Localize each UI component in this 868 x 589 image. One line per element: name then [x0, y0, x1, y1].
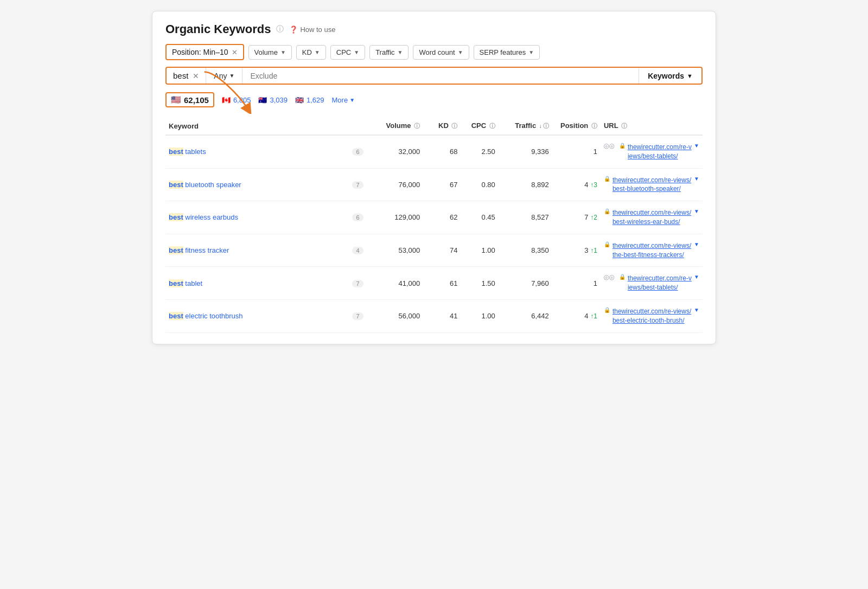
- dots-icon: ⦾⦾: [604, 274, 615, 281]
- title-info-icon[interactable]: ⓘ: [276, 24, 284, 34]
- word-count-filter-btn[interactable]: Word count ▼: [413, 45, 469, 60]
- kd-cell: 67: [423, 168, 461, 201]
- volume-cell: 56,000: [369, 299, 423, 332]
- url-cell: 🔒thewirecutter.com/re-views/best-wireles…: [601, 201, 703, 234]
- word-count-badge: 7: [352, 312, 363, 320]
- col-header-wc: [343, 117, 370, 135]
- keyword-link[interactable]: best wireless earbuds: [169, 213, 238, 221]
- ca-count: 6,805: [233, 96, 251, 104]
- url-cell: ⦾⦾🔒thewirecutter.com/re-views/best-table…: [601, 267, 703, 300]
- traffic-sort-icon: ↓: [539, 123, 542, 129]
- keyword-link[interactable]: best tablets: [169, 148, 206, 156]
- traffic-cell: 8,527: [499, 201, 552, 234]
- cpc-info-icon: ⓘ: [489, 123, 495, 129]
- lock-icon: 🔒: [604, 307, 610, 313]
- position-filter-chip[interactable]: Position: Min–10 ✕: [165, 44, 244, 60]
- table-row: best electric toothbrush756,000411.006,4…: [165, 299, 703, 332]
- keyword-link[interactable]: best electric toothbrush: [169, 312, 243, 320]
- filter-row: Position: Min–10 ✕ Volume ▼ KD ▼ CPC ▼ T…: [165, 44, 703, 60]
- position-cell: 1: [552, 135, 601, 168]
- url-dropdown-arrow[interactable]: ▼: [694, 143, 699, 149]
- word-count-cell: 7: [343, 168, 370, 201]
- position-filter-label: Position: Min–10: [172, 48, 228, 56]
- keywords-table: Keyword Volume ⓘ KD ⓘ CPC ⓘ Traffic ↓ⓘ P…: [165, 117, 703, 333]
- country-au[interactable]: 🇦🇺 3,039: [258, 96, 288, 104]
- url-link[interactable]: thewirecutter.com/re-views/the-best-fitn…: [612, 241, 692, 260]
- col-header-traffic: Traffic ↓ⓘ: [499, 117, 552, 135]
- keyword-cell: best wireless earbuds: [165, 201, 343, 234]
- cpc-cell: 1.00: [461, 299, 498, 332]
- country-gb[interactable]: 🇬🇧 1,629: [295, 96, 324, 104]
- keyword-link[interactable]: best fitness tracker: [169, 246, 229, 254]
- more-countries-btn[interactable]: More ▼: [332, 96, 355, 104]
- country-us[interactable]: 🇺🇸 62,105: [165, 92, 214, 107]
- volume-info-icon: ⓘ: [414, 123, 420, 129]
- serp-features-filter-btn[interactable]: SERP features ▼: [474, 45, 540, 60]
- keywords-dropdown-btn[interactable]: Keywords ▼: [639, 68, 701, 84]
- keywords-arrow-icon: ▼: [687, 73, 693, 79]
- keyword-highlight: best: [169, 181, 183, 189]
- word-count-badge: 4: [352, 247, 363, 254]
- kd-cell: 61: [423, 267, 461, 300]
- search-clear-btn[interactable]: ✕: [193, 72, 199, 80]
- url-dropdown-arrow[interactable]: ▼: [694, 208, 699, 214]
- kd-cell: 68: [423, 135, 461, 168]
- lock-icon: 🔒: [619, 143, 626, 149]
- volume-cell: 41,000: [369, 267, 423, 300]
- cpc-filter-btn[interactable]: CPC ▼: [330, 45, 365, 60]
- au-count: 3,039: [270, 96, 288, 104]
- url-link[interactable]: thewirecutter.com/re-views/best-bluetoot…: [612, 176, 692, 194]
- cpc-cell: 0.45: [461, 201, 498, 234]
- word-count-cell: 6: [343, 201, 370, 234]
- col-header-cpc: CPC ⓘ: [461, 117, 498, 135]
- keyword-link[interactable]: best tablet: [169, 279, 202, 287]
- url-dropdown-arrow[interactable]: ▼: [694, 274, 699, 280]
- au-flag: 🇦🇺: [258, 96, 267, 104]
- url-cell: ⦾⦾🔒thewirecutter.com/re-views/best-table…: [601, 135, 703, 168]
- position-filter-close[interactable]: ✕: [232, 48, 238, 56]
- exclude-input[interactable]: [242, 68, 639, 84]
- url-dropdown-arrow[interactable]: ▼: [694, 241, 699, 247]
- table-row: best wireless earbuds6129,000620.458,527…: [165, 201, 703, 234]
- lock-icon: 🔒: [604, 208, 610, 214]
- position-cell: 1: [552, 267, 601, 300]
- volume-filter-btn[interactable]: Volume ▼: [248, 45, 292, 60]
- traffic-info-icon: ⓘ: [543, 123, 549, 129]
- col-header-keyword: Keyword: [165, 117, 343, 135]
- url-dropdown-arrow[interactable]: ▼: [694, 176, 699, 182]
- gb-count: 1,629: [307, 96, 324, 104]
- keyword-cell: best tablet: [165, 267, 343, 300]
- cpc-cell: 1.00: [461, 234, 498, 267]
- position-cell: 4 ↑3: [552, 168, 601, 201]
- position-change: ↑2: [590, 214, 597, 221]
- how-to-use-link[interactable]: ❓ How to use: [289, 25, 335, 34]
- keyword-rest: fitness tracker: [183, 246, 229, 254]
- position-change: ↑1: [590, 312, 597, 320]
- cpc-cell: 0.80: [461, 168, 498, 201]
- any-dropdown-btn[interactable]: Any ▼: [206, 68, 242, 84]
- cpc-arrow-icon: ▼: [354, 49, 359, 55]
- keyword-link[interactable]: best bluetooth speaker: [169, 181, 241, 189]
- url-link[interactable]: thewirecutter.com/re-views/best-wireless…: [612, 208, 692, 227]
- country-ca[interactable]: 🇨🇦 6,805: [222, 96, 251, 104]
- url-dropdown-arrow[interactable]: ▼: [694, 307, 699, 313]
- word-count-badge: 6: [352, 148, 363, 156]
- dots-icon: ⦾⦾: [604, 143, 615, 150]
- position-cell: 7 ↑2: [552, 201, 601, 234]
- kd-filter-btn[interactable]: KD ▼: [296, 45, 326, 60]
- traffic-cell: 8,892: [499, 168, 552, 201]
- url-link[interactable]: thewirecutter.com/re-views/best-electric…: [612, 307, 692, 325]
- lock-icon: 🔒: [604, 176, 610, 182]
- col-header-kd: KD ⓘ: [423, 117, 461, 135]
- volume-cell: 76,000: [369, 168, 423, 201]
- col-header-volume: Volume ⓘ: [369, 117, 423, 135]
- keyword-cell: best tablets: [165, 135, 343, 168]
- url-cell: 🔒thewirecutter.com/re-views/best-bluetoo…: [601, 168, 703, 201]
- keyword-cell: best bluetooth speaker: [165, 168, 343, 201]
- url-link[interactable]: thewirecutter.com/re-views/best-tablets/: [628, 143, 692, 161]
- url-link[interactable]: thewirecutter.com/re-views/best-tablets/: [628, 274, 692, 292]
- keyword-highlight: best: [169, 246, 183, 254]
- traffic-filter-btn[interactable]: Traffic ▼: [369, 45, 409, 60]
- serp-arrow-icon: ▼: [528, 49, 534, 55]
- keyword-rest: tablets: [183, 148, 206, 156]
